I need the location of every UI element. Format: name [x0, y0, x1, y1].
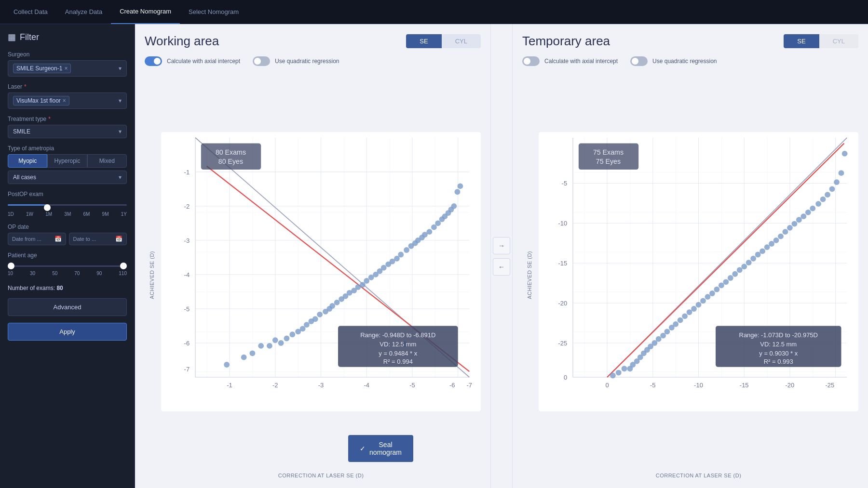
svg-point-46	[317, 312, 323, 317]
svg-text:-7: -7	[467, 382, 473, 389]
svg-point-153	[755, 252, 761, 258]
postop-slider-thumb[interactable]	[44, 204, 51, 211]
svg-text:-25: -25	[558, 340, 567, 347]
svg-point-141	[700, 298, 706, 303]
svg-text:VD: 12.5 mm: VD: 12.5 mm	[380, 341, 416, 348]
svg-point-172	[842, 151, 848, 157]
svg-point-140	[696, 302, 702, 308]
svg-point-73	[427, 229, 433, 235]
svg-text:75 Eyes: 75 Eyes	[596, 158, 621, 165]
quadratic-regression-toggle[interactable]	[253, 56, 270, 66]
svg-text:-4: -4	[364, 382, 369, 389]
postop-slider-fill	[8, 204, 47, 206]
svg-text:-10: -10	[558, 220, 567, 227]
surgeon-dropdown[interactable]: SMILE Surgeon-1 × ▾	[8, 60, 127, 77]
axial-intercept-toggle[interactable]	[145, 56, 162, 66]
treatment-field: Treatment type * SMILE ▾	[8, 116, 127, 138]
temp-axial-intercept-label: Calculate with axial intercept	[544, 58, 618, 65]
seal-nomogram-button[interactable]: ✓ Seal nomogram	[348, 435, 413, 462]
laser-tag-remove[interactable]: ×	[63, 97, 66, 104]
svg-text:-6: -6	[184, 340, 190, 347]
svg-point-167	[820, 197, 826, 202]
postop-tick-3m: 3M	[64, 211, 71, 217]
ametropia-buttons: Myopic Hyperopic Mixed	[8, 154, 127, 168]
svg-text:-5: -5	[562, 180, 568, 187]
svg-point-154	[760, 248, 765, 254]
nav-create-nomogram[interactable]: Create Nomogram	[111, 0, 180, 24]
svg-text:-5: -5	[409, 382, 415, 389]
svg-rect-173	[579, 144, 638, 170]
svg-point-49	[329, 303, 335, 309]
svg-point-166	[815, 201, 821, 207]
temporary-area-se-button[interactable]: SE	[784, 34, 819, 48]
date-from-input[interactable]: Date from ... 📅	[8, 233, 66, 245]
treatment-required: *	[48, 116, 51, 122]
temp-axial-intercept-toggle[interactable]	[522, 56, 540, 66]
apply-button[interactable]: Apply	[8, 323, 127, 341]
working-area-cyl-button[interactable]: CYL	[442, 34, 481, 48]
cases-dropdown-arrow: ▾	[119, 174, 122, 181]
svg-text:-5: -5	[184, 305, 190, 313]
surgeon-tag-remove[interactable]: ×	[64, 65, 68, 72]
ametropia-hyperopic-btn[interactable]: Hyperopic	[47, 154, 87, 168]
cases-dropdown[interactable]: All cases ▾	[8, 171, 127, 184]
opdate-field: OP date Date from ... 📅 Date to ... 📅	[8, 224, 127, 245]
postop-label: PostOP exam	[8, 191, 127, 198]
laser-label: Laser *	[8, 83, 127, 90]
age-slider-track[interactable]	[8, 261, 127, 271]
nav-select-nomogram[interactable]: Select Nomogram	[180, 0, 247, 24]
left-arrow-button[interactable]: ←	[493, 258, 510, 276]
working-area-title: Working area	[145, 34, 219, 49]
laser-dropdown[interactable]: VisuMax 1st floor × ▾	[8, 92, 127, 109]
postop-tick-1m: 1M	[45, 211, 52, 217]
svg-text:-1: -1	[184, 169, 190, 176]
laser-field: Laser * VisuMax 1st floor × ▾	[8, 83, 127, 109]
working-area-se-button[interactable]: SE	[406, 34, 441, 48]
postop-tick-1d: 1D	[8, 211, 14, 217]
svg-text:0: 0	[564, 374, 567, 381]
nav-analyze-data[interactable]: Analyze Data	[56, 0, 111, 24]
svg-point-155	[764, 244, 770, 250]
svg-point-50	[334, 300, 340, 305]
temporary-area-cyl-button[interactable]: CYL	[819, 34, 858, 48]
treatment-dropdown[interactable]: SMILE ▾	[8, 125, 127, 138]
postop-tick-6m: 6M	[83, 211, 90, 217]
working-area-panel: Working area SE CYL Calculate with axial…	[135, 24, 491, 488]
svg-point-158	[778, 234, 784, 239]
advanced-button[interactable]: Advanced	[8, 298, 127, 316]
ametropia-field: Type of ametropia Myopic Hyperopic Mixed…	[8, 145, 127, 184]
svg-text:Range: -1.073D to -20.975D: Range: -1.073D to -20.975D	[739, 331, 818, 339]
postop-slider-track[interactable]	[8, 200, 127, 210]
svg-text:y = 0.9484 * x: y = 0.9484 * x	[379, 350, 417, 357]
age-thumb-left[interactable]	[8, 263, 14, 269]
svg-point-160	[787, 225, 793, 231]
svg-point-39	[284, 336, 290, 342]
treatment-dropdown-arrow: ▾	[119, 128, 122, 135]
age-tick-10: 10	[8, 271, 13, 276]
svg-point-164	[805, 210, 811, 215]
temp-quadratic-regression-toggle[interactable]	[630, 56, 648, 66]
svg-point-142	[705, 294, 711, 300]
svg-point-33	[241, 355, 247, 360]
nav-collect-data[interactable]: Collect Data	[5, 0, 56, 24]
ametropia-myopic-btn[interactable]: Myopic	[8, 154, 47, 168]
surgeon-dropdown-arrow: ▾	[119, 65, 122, 72]
svg-text:-10: -10	[694, 382, 703, 389]
svg-text:80 Exams: 80 Exams	[216, 148, 246, 156]
right-arrow-button[interactable]: →	[493, 237, 510, 254]
svg-point-131	[656, 336, 662, 342]
main-content: Working area SE CYL Calculate with axial…	[135, 24, 868, 488]
svg-point-122	[622, 366, 627, 371]
patient-age-label: Patient age	[8, 252, 127, 259]
y-axis-label-container: ACHIEVED SE (D)	[145, 72, 159, 478]
x-axis-label: CORRECTION AT LASER SE (D)	[161, 473, 481, 478]
age-thumb-right[interactable]	[120, 263, 127, 269]
svg-text:R² = 0.994: R² = 0.994	[383, 358, 413, 365]
svg-point-65	[398, 252, 404, 258]
ametropia-mixed-btn[interactable]: Mixed	[87, 154, 127, 168]
svg-point-157	[773, 237, 779, 243]
date-to-input[interactable]: Date to ... 📅	[69, 233, 127, 245]
postop-slider-labels: 1D 1W 1M 3M 6M 9M 1Y	[8, 211, 127, 217]
svg-text:-25: -25	[825, 382, 834, 389]
svg-point-161	[791, 221, 797, 227]
